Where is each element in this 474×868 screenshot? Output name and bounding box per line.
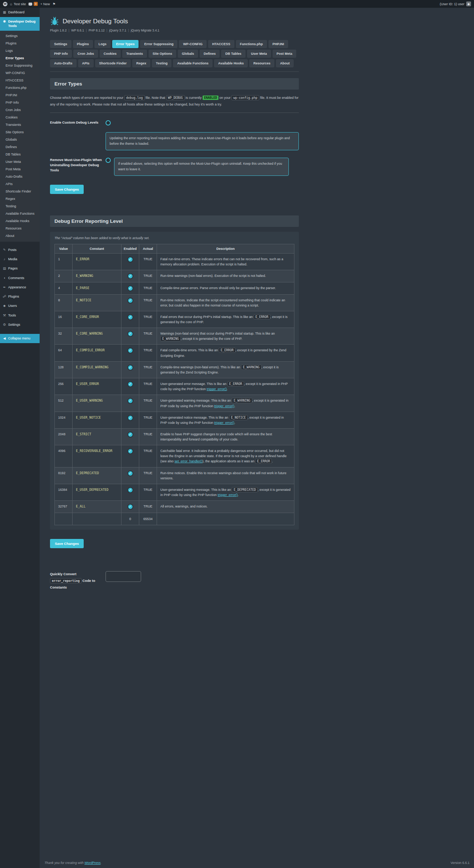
tab-regex[interactable]: Regex <box>132 59 150 67</box>
enabled-toggle[interactable]: ✓ <box>127 314 133 320</box>
tab-transients[interactable]: Transients <box>122 50 147 58</box>
sidebar-item-transients[interactable]: Transients <box>0 121 40 128</box>
tab-cookies[interactable]: Cookies <box>100 50 121 58</box>
text-link[interactable]: trigger_error() <box>214 421 234 425</box>
flag-icon[interactable]: ⚑ <box>53 2 56 6</box>
sidebar-item-about[interactable]: About <box>0 232 40 239</box>
sidebar-item-available-hooks[interactable]: Available Hooks <box>0 217 40 225</box>
sidebar-item-pages[interactable]: ▤Pages <box>0 264 40 273</box>
sidebar-item-wp-config[interactable]: WP-CONFIG <box>0 69 40 77</box>
sidebar-item-db-tables[interactable]: DB Tables <box>0 151 40 158</box>
sidebar-item-plugins[interactable]: ☍Plugins <box>0 292 40 301</box>
sidebar-item-regex[interactable]: Regex <box>0 195 40 202</box>
save-changes-button[interactable]: Save Changes <box>50 539 84 548</box>
sidebar-item-shortcode-finder[interactable]: Shortcode Finder <box>0 188 40 195</box>
enabled-toggle[interactable]: ✓ <box>127 448 133 454</box>
admin-bar-new[interactable]: + New <box>40 2 50 6</box>
tab-defines[interactable]: Defines <box>200 50 220 58</box>
tab-apis[interactable]: APIs <box>78 59 94 67</box>
sidebar-item-available-functions[interactable]: Available Functions <box>0 210 40 217</box>
sidebar-item-testing[interactable]: Testing <box>0 202 40 210</box>
sidebar-item-settings[interactable]: ⚙Settings <box>0 320 40 329</box>
sidebar-item-resources[interactable]: Resources <box>0 225 40 232</box>
error-reporting-convert-input[interactable] <box>106 571 141 582</box>
tab-available-functions[interactable]: Available Functions <box>173 59 213 67</box>
admin-bar-site[interactable]: ⌂ Test site <box>10 2 26 6</box>
sidebar-item-php-info[interactable]: PHP Info <box>0 99 40 106</box>
enabled-toggle[interactable]: ✓ <box>127 381 133 387</box>
sidebar-item-functions-php[interactable]: Functions.php <box>0 84 40 91</box>
sidebar-item-error-suppressing[interactable]: Error Suppressing <box>0 62 40 69</box>
sidebar-item-error-types[interactable]: Error Types <box>0 54 40 62</box>
tab-error-types[interactable]: Error Types <box>112 40 139 48</box>
text-link[interactable]: set_error_handler() <box>174 459 202 463</box>
enabled-toggle[interactable]: ✓ <box>127 432 133 438</box>
enabled-toggle[interactable]: ✓ <box>127 257 133 262</box>
tab-shortcode-finder[interactable]: Shortcode Finder <box>95 59 131 67</box>
sidebar-item-apis[interactable]: APIs <box>0 180 40 188</box>
text-link[interactable]: trigger_error() <box>214 404 234 408</box>
sidebar-item-plugins[interactable]: Plugins <box>0 40 40 47</box>
tab-globals[interactable]: Globals <box>178 50 198 58</box>
save-changes-button[interactable]: Save Changes <box>50 185 84 194</box>
tab-site-options[interactable]: Site Options <box>148 50 176 58</box>
tab-available-hooks[interactable]: Available Hooks <box>214 59 248 67</box>
tab-auto-drafts[interactable]: Auto-Drafts <box>50 59 77 67</box>
sidebar-item-post-meta[interactable]: Post Meta <box>0 165 40 173</box>
enabled-toggle[interactable]: ✓ <box>127 365 133 371</box>
remove-mu-plugin-toggle[interactable] <box>106 158 111 163</box>
enabled-toggle[interactable]: ✓ <box>127 273 133 279</box>
tab-db-tables[interactable]: DB Tables <box>221 50 245 58</box>
enable-custom-debug-levels-toggle[interactable] <box>106 120 111 125</box>
tab-plugins[interactable]: Plugins <box>73 40 93 48</box>
tab-htaccess[interactable]: HTACCESS <box>208 40 234 48</box>
enabled-toggle[interactable]: ✓ <box>127 285 133 291</box>
tab-user-meta[interactable]: User Meta <box>247 50 271 58</box>
tab-logs[interactable]: Logs <box>94 40 111 48</box>
wordpress-link[interactable]: WordPress <box>84 861 101 865</box>
sidebar-item-media[interactable]: ♪Media <box>0 255 40 264</box>
admin-bar-user[interactable]: (User ID: 1) user <box>440 2 464 6</box>
collapse-menu-button[interactable]: ◀ Collapse menu <box>0 334 40 343</box>
sidebar-item-developer-debug-tools[interactable]: ❋ Developer Debug Tools <box>0 17 40 31</box>
sidebar-item-comments[interactable]: ◖Comments <box>0 274 40 283</box>
sidebar-item-posts[interactable]: ✎Posts <box>0 245 40 255</box>
tab-settings[interactable]: Settings <box>50 40 71 48</box>
tab-error-suppressing[interactable]: Error Suppressing <box>140 40 177 48</box>
sidebar-item-php-ini[interactable]: PHP.INI <box>0 91 40 99</box>
sidebar-item-tools[interactable]: ⚒Tools <box>0 311 40 320</box>
sidebar-item-appearance[interactable]: ✒Appearance <box>0 283 40 292</box>
sidebar-item-cookies[interactable]: Cookies <box>0 114 40 121</box>
avatar[interactable]: ☻ <box>466 1 471 6</box>
sidebar-item-users[interactable]: ☻Users <box>0 301 40 311</box>
tab-php-info[interactable]: PHP Info <box>50 50 72 58</box>
tab-testing[interactable]: Testing <box>152 59 171 67</box>
admin-bar-comments[interactable]: 0 <box>29 2 38 6</box>
enabled-toggle[interactable]: ✓ <box>127 470 133 476</box>
sidebar-item-user-meta[interactable]: User Meta <box>0 158 40 165</box>
sidebar-item-cron-jobs[interactable]: Cron Jobs <box>0 106 40 114</box>
text-link[interactable]: trigger_error() <box>218 493 238 497</box>
enabled-toggle[interactable]: ✓ <box>127 415 133 421</box>
tab-post-meta[interactable]: Post Meta <box>273 50 297 58</box>
sidebar-item-globals[interactable]: Globals <box>0 136 40 143</box>
sidebar-item-logs[interactable]: Logs <box>0 47 40 54</box>
sidebar-item-dashboard[interactable]: ▦ Dashboard <box>0 8 40 17</box>
enabled-toggle[interactable]: ✓ <box>127 331 133 337</box>
tab-php-ini[interactable]: PHP.INI <box>268 40 288 48</box>
sidebar-item-settings[interactable]: Settings <box>0 32 40 40</box>
wordpress-logo-icon[interactable]: W <box>3 2 7 6</box>
enabled-toggle[interactable]: ✓ <box>127 504 133 510</box>
tab-resources[interactable]: Resources <box>249 59 274 67</box>
sidebar-item-defines[interactable]: Defines <box>0 143 40 151</box>
enabled-toggle[interactable]: ✓ <box>127 398 133 404</box>
sidebar-item-site-options[interactable]: Site Options <box>0 128 40 136</box>
text-link[interactable]: trigger_error() <box>207 387 227 391</box>
sidebar-item-htaccess[interactable]: HTACCESS <box>0 77 40 84</box>
sidebar-item-auto-drafts[interactable]: Auto-Drafts <box>0 173 40 180</box>
enabled-toggle[interactable]: ✓ <box>127 298 133 304</box>
tab-cron-jobs[interactable]: Cron Jobs <box>73 50 98 58</box>
tab-wp-config[interactable]: WP-CONFIG <box>179 40 207 48</box>
tab-functions-php[interactable]: Functions.php <box>236 40 267 48</box>
enabled-toggle[interactable]: ✓ <box>127 348 133 353</box>
